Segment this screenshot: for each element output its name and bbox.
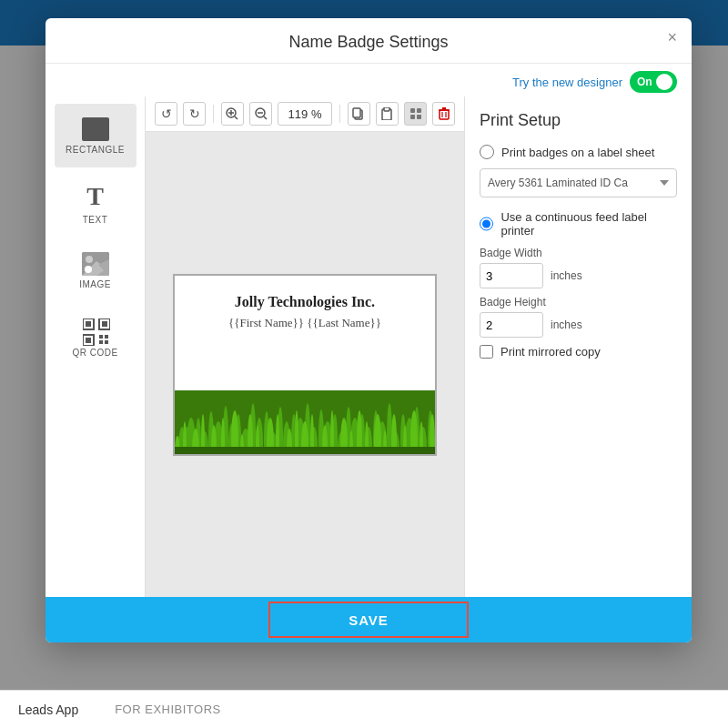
svg-rect-9	[86, 338, 91, 343]
svg-rect-28	[417, 115, 421, 119]
svg-line-19	[264, 116, 267, 119]
name-badge-settings-modal: Name Badge Settings × Try the new design…	[46, 18, 692, 642]
for-exhibitors-label: FOR EXHIBITORS	[115, 703, 221, 716]
zoom-out-button[interactable]	[249, 102, 272, 126]
toolbar-item-qrcode[interactable]: QR CODE	[55, 306, 136, 369]
separator-2	[339, 105, 340, 123]
badge-grass-image	[175, 390, 435, 454]
svg-rect-10	[99, 335, 103, 339]
toolbar-item-text[interactable]: T TEXT	[55, 171, 136, 235]
rectangle-label: RECTANGLE	[66, 145, 125, 155]
mirror-option: Print mirrored copy	[480, 345, 677, 359]
separator-1	[213, 105, 214, 123]
text-label: TEXT	[83, 215, 108, 225]
close-button[interactable]: ×	[667, 29, 677, 46]
badge-height-label: Badge Height	[480, 296, 677, 308]
toolbar-item-rectangle[interactable]: RECTANGLE	[55, 104, 136, 167]
svg-rect-27	[410, 115, 415, 119]
svg-point-1	[86, 256, 93, 263]
mirror-label: Print mirrored copy	[500, 345, 601, 359]
svg-rect-102	[175, 447, 435, 454]
canvas-area: ↺ ↻	[146, 96, 464, 597]
badge-height-input[interactable]	[480, 312, 543, 338]
designer-label: Try the new designer	[512, 76, 622, 89]
svg-line-15	[235, 116, 238, 119]
toggle-state-label: On	[637, 76, 652, 88]
continuous-feed-label: Use a continuous feed label printer	[500, 210, 677, 238]
leads-app-label: Leads App	[18, 703, 78, 717]
paste-button[interactable]	[376, 102, 399, 126]
zoom-in-button[interactable]	[221, 102, 244, 126]
qr-code-icon	[83, 318, 108, 344]
designer-toggle[interactable]: On	[630, 71, 677, 93]
continuous-feed-radio[interactable]	[480, 217, 493, 231]
rectangle-icon	[82, 117, 109, 141]
badge-company-name: Jolly Technologies Inc.	[228, 294, 381, 310]
delete-button[interactable]	[432, 102, 455, 126]
badge-height-row: inches	[480, 312, 677, 338]
badge-width-unit: inches	[551, 269, 582, 282]
svg-rect-13	[105, 340, 108, 344]
svg-rect-24	[384, 107, 389, 111]
copy-button[interactable]	[348, 102, 370, 126]
toolbar-item-image[interactable]: IMAGE	[55, 238, 136, 302]
badge-preview: Jolly Technologies Inc. {{First Name}} {…	[173, 274, 437, 456]
badge-canvas: Jolly Technologies Inc. {{First Name}} {…	[146, 132, 464, 597]
svg-rect-11	[105, 335, 108, 339]
badge-width-label: Badge Width	[480, 247, 677, 259]
left-toolbar: RECTANGLE T TEXT IMAGE	[46, 96, 146, 597]
qrcode-label: QR CODE	[72, 348, 117, 358]
label-sheet-radio[interactable]	[480, 145, 494, 159]
continuous-feed-option: Use a continuous feed label printer	[480, 210, 677, 238]
text-icon: T	[86, 182, 104, 211]
label-sheet-label: Print badges on a label sheet	[501, 146, 654, 159]
label-sheet-dropdown[interactable]: Avery 5361 Laminated ID Ca	[480, 168, 677, 197]
toggle-circle	[656, 74, 672, 90]
svg-rect-12	[99, 340, 103, 344]
right-panel: Print Setup Print badges on a label shee…	[464, 96, 692, 597]
undo-button[interactable]: ↺	[155, 102, 177, 126]
mirror-checkbox[interactable]	[480, 345, 493, 359]
save-section: SAVE	[46, 597, 692, 642]
zoom-toolbar: ↺ ↻	[146, 96, 464, 132]
svg-rect-5	[86, 321, 91, 327]
designer-toggle-row: Try the new designer On	[46, 64, 692, 96]
svg-rect-7	[102, 321, 107, 327]
modal-body: RECTANGLE T TEXT IMAGE	[46, 96, 692, 597]
svg-rect-29	[440, 110, 449, 119]
print-setup-title: Print Setup	[480, 111, 677, 130]
badge-width-input[interactable]	[480, 263, 543, 288]
badge-width-row: inches	[480, 263, 677, 288]
bottom-app-bar: Leads App FOR EXHIBITORS	[0, 690, 728, 728]
save-button[interactable]: SAVE	[268, 602, 469, 638]
zoom-value-input[interactable]	[278, 102, 332, 126]
svg-rect-25	[410, 108, 415, 113]
modal-header: Name Badge Settings ×	[46, 18, 692, 64]
redo-button[interactable]: ↻	[183, 102, 206, 126]
image-icon	[82, 252, 109, 276]
svg-rect-22	[353, 108, 360, 117]
layout-button[interactable]	[404, 102, 427, 126]
badge-name-field: {{First Name}} {{Last Name}}	[228, 316, 381, 330]
image-label: IMAGE	[79, 279, 111, 289]
badge-height-unit: inches	[551, 318, 582, 331]
badge-text-area: Jolly Technologies Inc. {{First Name}} {…	[219, 276, 390, 390]
label-sheet-option: Print badges on a label sheet	[480, 145, 677, 159]
modal-title: Name Badge Settings	[288, 33, 448, 51]
svg-rect-26	[417, 108, 421, 113]
